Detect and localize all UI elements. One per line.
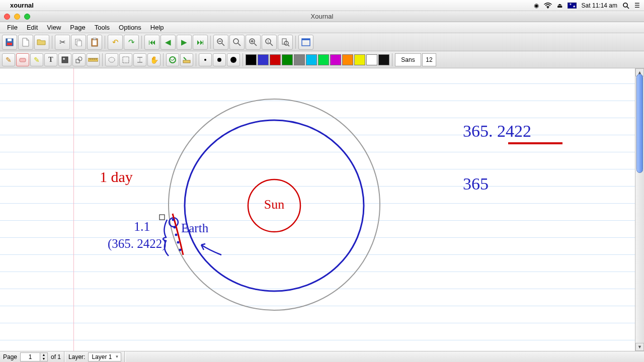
zoom-page-button[interactable] xyxy=(278,35,293,50)
shape-recognizer-button[interactable] xyxy=(166,53,179,66)
svg-rect-8 xyxy=(93,38,96,40)
svg-rect-28 xyxy=(62,57,68,63)
color-swatch-11[interactable] xyxy=(378,54,389,65)
shapes-tool[interactable] xyxy=(72,53,86,66)
prev-page-button[interactable]: ◀ xyxy=(160,35,176,50)
frontmost-app-name[interactable]: xournal xyxy=(10,2,34,9)
color-swatch-5[interactable] xyxy=(306,54,317,65)
svg-rect-31 xyxy=(76,59,79,63)
color-swatch-7[interactable] xyxy=(330,54,341,65)
color-swatch-1[interactable] xyxy=(258,54,269,65)
ruler-straighten-button[interactable] xyxy=(180,53,193,66)
wifi-icon[interactable] xyxy=(544,3,552,9)
record-icon[interactable]: ◉ xyxy=(534,2,539,9)
image-tool[interactable] xyxy=(58,53,71,66)
color-swatch-6[interactable] xyxy=(318,54,329,65)
redo-button[interactable]: ↷ xyxy=(124,35,139,50)
color-swatch-10[interactable] xyxy=(366,54,377,65)
thickness-medium[interactable] xyxy=(213,53,226,66)
svg-point-29 xyxy=(63,58,65,60)
svg-line-1 xyxy=(627,7,629,9)
paste-button[interactable] xyxy=(87,35,102,50)
macos-menubar: xournal ◉ ⏏ Sat 11:14 am ☰ xyxy=(0,0,644,11)
svg-rect-3 xyxy=(8,39,12,41)
color-swatch-4[interactable] xyxy=(294,54,305,65)
svg-point-0 xyxy=(623,3,627,7)
eject-icon[interactable]: ⏏ xyxy=(557,2,562,9)
cut-button[interactable]: ✂ xyxy=(55,35,70,50)
color-swatch-2[interactable] xyxy=(270,54,281,65)
zoom-out-button[interactable] xyxy=(213,35,228,50)
flag-au-icon[interactable] xyxy=(568,3,577,9)
vertical-space-tool[interactable] xyxy=(133,53,146,66)
color-swatch-8[interactable] xyxy=(342,54,353,65)
svg-rect-43 xyxy=(183,60,190,63)
pen-tool[interactable]: ✎ xyxy=(2,53,15,66)
eraser-tool[interactable] xyxy=(16,53,29,66)
svg-rect-38 xyxy=(123,57,129,63)
menu-help[interactable]: Help xyxy=(146,23,168,32)
svg-point-30 xyxy=(78,57,82,61)
last-page-button[interactable]: ⏭ xyxy=(193,35,208,50)
font-name-field[interactable]: Sans xyxy=(395,53,421,66)
next-page-button[interactable]: ▶ xyxy=(177,35,192,50)
menu-edit[interactable]: Edit xyxy=(23,23,42,32)
highlighter-tool[interactable]: ✎ xyxy=(30,53,43,66)
copy-button[interactable] xyxy=(71,35,86,50)
svg-line-11 xyxy=(222,43,224,46)
menu-list-icon[interactable]: ☰ xyxy=(634,2,640,9)
svg-line-24 xyxy=(288,45,289,46)
svg-rect-4 xyxy=(7,43,12,45)
color-swatch-3[interactable] xyxy=(282,54,293,65)
color-swatches xyxy=(246,54,389,65)
color-swatch-0[interactable] xyxy=(246,54,257,65)
hand-tool[interactable]: ✋ xyxy=(147,53,160,66)
svg-rect-32 xyxy=(88,58,98,61)
app-menubar: File Edit View Page Tools Options Help xyxy=(0,22,644,33)
thickness-thick[interactable] xyxy=(227,53,240,66)
zoom-fit-button[interactable] xyxy=(229,35,245,50)
open-button[interactable] xyxy=(34,35,49,50)
font-size-field[interactable]: 12 xyxy=(422,53,436,66)
menubar-clock[interactable]: Sat 11:14 am xyxy=(582,2,617,9)
first-page-button[interactable]: ⏮ xyxy=(144,35,159,50)
text-tool[interactable]: T xyxy=(44,53,57,66)
tools-toolbar: ✎ ✎ T ✋ Sans 12 xyxy=(0,51,644,68)
svg-rect-6 xyxy=(77,41,82,46)
fullscreen-button[interactable] xyxy=(298,35,313,50)
zoom-100-button[interactable]: 1 xyxy=(262,35,277,50)
save-button[interactable] xyxy=(2,35,17,50)
menu-page[interactable]: Page xyxy=(66,23,89,32)
menu-options[interactable]: Options xyxy=(115,23,145,32)
new-button[interactable] xyxy=(18,35,33,50)
ruler-tool[interactable] xyxy=(87,53,100,66)
svg-line-21 xyxy=(270,43,273,46)
svg-point-42 xyxy=(170,57,176,63)
window-title: Xournal xyxy=(0,13,644,20)
undo-button[interactable]: ↶ xyxy=(108,35,123,50)
svg-point-13 xyxy=(233,39,238,44)
svg-line-14 xyxy=(238,43,240,46)
svg-rect-26 xyxy=(302,39,310,40)
menu-tools[interactable]: Tools xyxy=(91,23,114,32)
svg-text:1: 1 xyxy=(267,40,269,43)
window-titlebar: Xournal xyxy=(0,11,644,22)
menu-file[interactable]: File xyxy=(3,23,22,32)
select-region-tool[interactable] xyxy=(105,53,118,66)
svg-line-16 xyxy=(254,43,257,46)
select-rect-tool[interactable] xyxy=(119,53,132,66)
svg-rect-9 xyxy=(93,40,97,45)
thickness-fine[interactable] xyxy=(199,53,212,66)
spotlight-icon[interactable] xyxy=(622,2,629,9)
svg-rect-27 xyxy=(20,58,26,62)
color-swatch-9[interactable] xyxy=(354,54,365,65)
zoom-in-button[interactable] xyxy=(246,35,261,50)
menu-view[interactable]: View xyxy=(43,23,65,32)
svg-point-37 xyxy=(109,57,115,62)
main-toolbar: ✂ ↶ ↷ ⏮ ◀ ▶ ⏭ 1 xyxy=(0,33,644,51)
